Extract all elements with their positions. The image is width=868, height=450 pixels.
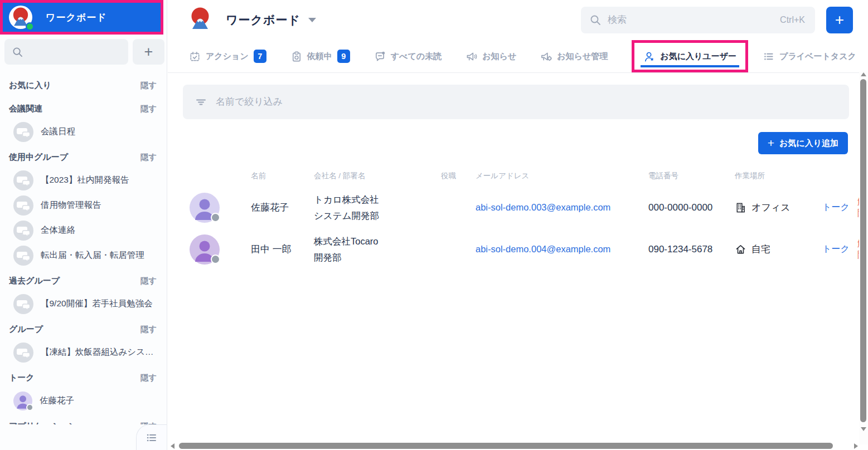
- user-avatar: [13, 392, 32, 410]
- sidebar-item-user-sato[interactable]: 佐藤花子: [0, 388, 167, 413]
- table-header-row: 名前 会社名 / 部署名 役職 メールアドレス 電話番号 作業場所: [190, 165, 849, 187]
- scroll-down-arrow-icon[interactable]: [861, 427, 866, 431]
- hide-link[interactable]: 隠す: [140, 276, 157, 286]
- filter-icon: [195, 96, 207, 108]
- phone-number: 000-0000-0000: [648, 202, 735, 213]
- search-icon: [590, 14, 601, 26]
- col-email: メールアドレス: [476, 171, 648, 181]
- hide-link[interactable]: 隠す: [140, 373, 157, 383]
- active-tab-highlight: お気に入りユーザー: [632, 40, 748, 72]
- online-status-dot: [26, 22, 34, 31]
- work-location: オフィス: [751, 201, 791, 214]
- tab-private-tasks[interactable]: プライベートタスク: [763, 51, 856, 62]
- talk-link[interactable]: トーク: [822, 243, 857, 255]
- tab-actions[interactable]: アクション 7: [189, 50, 266, 63]
- scroll-up-arrow-icon[interactable]: [861, 72, 866, 76]
- talk-link[interactable]: トーク: [822, 202, 857, 213]
- tab-badge: 7: [254, 50, 266, 63]
- section-label: 使用中グループ: [9, 152, 140, 163]
- phone-number: 090-1234-5678: [648, 244, 735, 255]
- horizontal-scroll-thumb[interactable]: [179, 443, 833, 449]
- sidebar: ワークボード + お気に入り 隠す 会議関連 隠す 会議日程 使用中グループ 隠…: [0, 0, 167, 450]
- plus-icon: +: [768, 136, 774, 150]
- calendar-check-icon: [189, 51, 201, 62]
- tab-badge: 9: [337, 50, 350, 63]
- app-window: ワークボード + お気に入り 隠す 会議関連 隠す 会議日程 使用中グループ 隠…: [0, 0, 868, 450]
- chat-group-icon: [13, 221, 33, 241]
- tab-favorite-users[interactable]: お気に入りユーザー: [643, 51, 736, 62]
- horizontal-scrollbar[interactable]: [171, 442, 858, 449]
- page-title: ワークボード: [226, 12, 300, 28]
- sidebar-search-input[interactable]: [28, 47, 123, 57]
- scroll-right-arrow-icon[interactable]: [854, 443, 858, 449]
- sidebar-section-active-groups: 使用中グループ 隠す: [0, 146, 167, 168]
- section-label: アプリケーション: [9, 421, 140, 425]
- user-star-icon: [643, 51, 655, 62]
- work-location: 自宅: [751, 243, 770, 256]
- sidebar-item-study-session[interactable]: 【9/20開催】若手社員勉強会: [0, 291, 167, 316]
- sidebar-collapse-button[interactable]: [136, 424, 167, 450]
- chat-group-icon: [13, 195, 33, 216]
- company-name: トカロ株式会社: [314, 194, 379, 204]
- global-search-input[interactable]: [608, 14, 780, 26]
- tab-content: + お気に入り追加 名前 会社名 / 部署名 役職 メールアドレス 電話番号 作…: [168, 74, 859, 441]
- tab-announcement-management[interactable]: お知らせ管理: [540, 51, 608, 62]
- workspace-avatar: [9, 6, 32, 29]
- main-area: ワークボード Ctrl+K + アクション 7 依頼中 9 すべて: [168, 0, 868, 450]
- offline-status-dot: [211, 213, 220, 222]
- workspace-banner[interactable]: ワークボード: [0, 0, 163, 35]
- global-add-button[interactable]: +: [826, 7, 853, 33]
- sidebar-section-applications: アプリケーション 隠す: [0, 415, 167, 424]
- sidebar-item-all-contact[interactable]: 全体連絡: [0, 218, 167, 243]
- department-name: システム開発部: [314, 211, 379, 221]
- table-row: 田中 一郎 株式会社Tocaro開発部 abi-sol-demo.004@exa…: [190, 228, 849, 270]
- section-label: 会議関連: [9, 104, 140, 114]
- sidebar-item-frozen-project[interactable]: 【凍結】炊飯器組込みシス…: [0, 340, 167, 365]
- main-header: ワークボード Ctrl+K +: [168, 0, 868, 40]
- tab-announcements[interactable]: お知らせ: [465, 51, 516, 62]
- col-name: 名前: [251, 171, 314, 181]
- name-filter[interactable]: [183, 85, 849, 119]
- scroll-left-arrow-icon[interactable]: [171, 443, 174, 449]
- sidebar-section-past-groups: 過去グループ 隠す: [0, 270, 167, 291]
- sidebar-section-meetings: 会議関連 隠す: [0, 98, 167, 119]
- vertical-scroll-thumb[interactable]: [860, 79, 866, 422]
- tab-all-unread[interactable]: すべての未読: [374, 51, 442, 62]
- tab-bar: アクション 7 依頼中 9 すべての未読 お知らせ お知らせ管理: [168, 40, 868, 73]
- email-link[interactable]: abi-sol-demo.003@example.com: [476, 202, 610, 212]
- sidebar-item-meeting-schedule[interactable]: 会議日程: [0, 119, 167, 144]
- tab-requests[interactable]: 依頼中 9: [290, 50, 350, 63]
- department-name: 開発部: [314, 252, 342, 262]
- search-icon: [12, 47, 23, 57]
- workspace-name: ワークボード: [46, 11, 107, 24]
- sidebar-item-dev-report[interactable]: 【2023】社内開発報告: [0, 168, 167, 193]
- global-search[interactable]: Ctrl+K: [581, 7, 815, 33]
- sidebar-add-button[interactable]: +: [133, 39, 164, 65]
- email-link[interactable]: abi-sol-demo.004@example.com: [476, 244, 610, 254]
- company-name: 株式会社Tocaro: [314, 236, 379, 246]
- hide-link[interactable]: 隠す: [140, 152, 157, 163]
- sidebar-list: お気に入り 隠す 会議関連 隠す 会議日程 使用中グループ 隠す 【2023】社…: [0, 72, 167, 424]
- col-phone: 電話番号: [648, 171, 735, 181]
- col-location: 作業場所: [735, 171, 822, 181]
- name-filter-input[interactable]: [216, 96, 849, 107]
- sidebar-item-loan-report[interactable]: 借用物管理報告: [0, 193, 167, 218]
- add-favorite-button[interactable]: + お気に入り追加: [758, 132, 848, 154]
- sidebar-item-moving-mgmt[interactable]: 転出届・転入届・転居管理: [0, 243, 167, 268]
- chevron-down-icon[interactable]: [308, 18, 316, 22]
- user-avatar: [190, 234, 220, 265]
- col-company: 会社名 / 部署名: [314, 171, 441, 181]
- fuji-logo-icon: [189, 6, 211, 34]
- hide-link[interactable]: 隠す: [140, 324, 157, 335]
- vertical-scrollbar[interactable]: [859, 71, 868, 444]
- chat-group-icon: [13, 170, 33, 190]
- sidebar-section-favorites: お気に入り 隠す: [0, 75, 167, 96]
- col-role: 役職: [441, 171, 476, 181]
- sidebar-search[interactable]: [4, 39, 128, 65]
- office-building-icon: [735, 202, 746, 213]
- home-icon: [735, 243, 746, 255]
- hide-link[interactable]: 隠す: [140, 80, 157, 91]
- chat-group-icon: [13, 294, 33, 314]
- hide-link[interactable]: 隠す: [140, 104, 157, 114]
- chat-group-icon: [13, 343, 33, 363]
